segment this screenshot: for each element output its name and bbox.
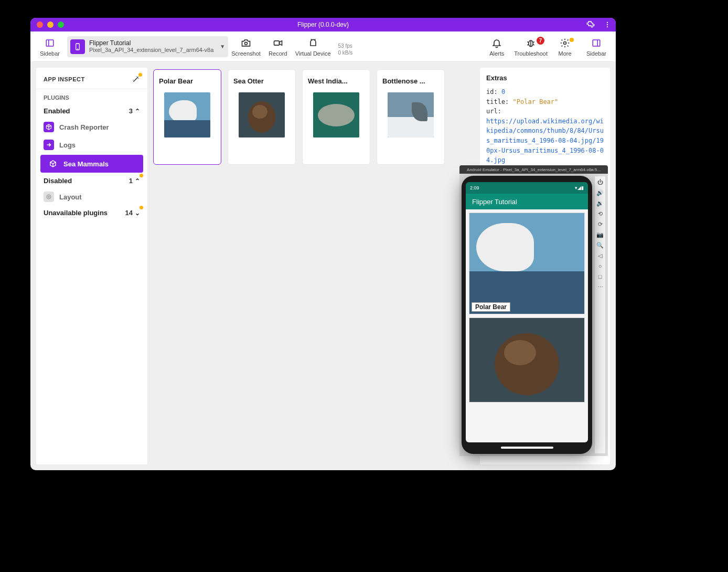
disabled-label: Disabled xyxy=(44,177,72,185)
notification-dot xyxy=(140,206,143,209)
camera-button[interactable]: 📷 xyxy=(595,230,605,239)
close-window-button[interactable] xyxy=(37,22,43,28)
home-button[interactable]: ○ xyxy=(595,261,605,271)
record-button[interactable]: Record xyxy=(264,37,292,57)
more-button[interactable]: More xyxy=(551,37,579,57)
plugin-label: Sea Mammals xyxy=(63,160,109,168)
enabled-count: 3 xyxy=(129,107,133,115)
window-controls xyxy=(37,22,64,28)
svg-line-16 xyxy=(533,44,534,45)
maximize-window-button[interactable] xyxy=(58,22,64,28)
plugin-layout[interactable]: Layout xyxy=(36,188,147,206)
unavailable-plugins-group[interactable]: Unavailable plugins 14 ⌄ xyxy=(36,206,147,220)
fps-value: 53 fps xyxy=(338,43,353,49)
status-icons: ▾◢▮ xyxy=(575,185,584,190)
svg-point-0 xyxy=(607,22,608,23)
screenshot-button[interactable]: Screenshot xyxy=(231,37,261,57)
virtual-device-button[interactable]: Virtual Device xyxy=(295,37,331,57)
minimize-window-button[interactable] xyxy=(47,22,53,28)
notification-dot xyxy=(138,73,142,77)
zoom-button[interactable]: 🔍 xyxy=(595,240,605,250)
perf-metrics: 53 fps 0 kB/s xyxy=(338,43,353,56)
card-title: Sea Otter xyxy=(233,77,290,85)
phone-card-sea-otter[interactable] xyxy=(469,317,585,402)
extension-icon[interactable] xyxy=(586,20,595,29)
sidebar-toggle-button[interactable]: Sidebar xyxy=(36,37,64,57)
toolbar-label: Troubleshoot xyxy=(514,50,548,57)
more-vert-icon[interactable] xyxy=(603,20,612,29)
chevron-down-icon: ⌄ xyxy=(135,209,140,217)
back-button[interactable]: ◁ xyxy=(595,251,605,260)
phone-image xyxy=(469,318,584,402)
rotate-right-button[interactable]: ⟳ xyxy=(595,219,605,229)
kbs-value: 0 kB/s xyxy=(338,49,353,56)
plugin-logs[interactable]: Logs xyxy=(36,136,147,154)
svg-point-2 xyxy=(607,26,608,27)
card-image xyxy=(313,92,359,137)
bell-icon xyxy=(491,37,502,49)
toolbar-label: More xyxy=(558,50,571,57)
emulator-window: Android Emulator - Pixel_3a_API_34_exten… xyxy=(459,165,608,456)
box-icon xyxy=(44,122,54,132)
card-title: Bottlenose ... xyxy=(382,77,439,85)
card-polar-bear[interactable]: Polar Bear xyxy=(153,69,221,165)
url-value: https://upload.wikimedia.org/wikipedia/c… xyxy=(486,118,604,164)
volume-down-button[interactable]: 🔉 xyxy=(595,198,605,208)
unavailable-count: 14 xyxy=(125,209,133,217)
magic-wand-button[interactable] xyxy=(132,75,140,83)
id-key: id: xyxy=(486,88,498,96)
phone-card-label: Polar Bear xyxy=(472,302,510,312)
id-value: 0 xyxy=(501,88,505,96)
titlebar: Flipper (0.0.0-dev) xyxy=(30,18,616,31)
svg-rect-8 xyxy=(274,40,279,45)
url-key: url: xyxy=(486,108,501,115)
chevron-up-icon: ⌃ xyxy=(135,177,140,185)
more-button[interactable]: ⋯ xyxy=(595,282,605,292)
volume-up-button[interactable]: 🔊 xyxy=(595,188,605,197)
video-icon xyxy=(273,37,283,49)
phone-screen[interactable]: 2:09 ▾◢▮ Flipper Tutorial Polar Bear xyxy=(466,182,588,442)
toolbar-label: Record xyxy=(269,50,287,57)
device-name: Pixel_3a_API_34_extension_level_7_arm64-… xyxy=(89,47,213,54)
svg-point-17 xyxy=(564,41,566,44)
power-button[interactable]: ⏻ xyxy=(595,177,605,187)
extras-heading: Extras xyxy=(486,74,604,82)
card-bottlenose[interactable]: Bottlenose ... xyxy=(377,69,445,165)
plugin-label: Crash Reporter xyxy=(59,123,109,131)
plugin-sea-mammals[interactable]: Sea Mammals xyxy=(40,155,143,173)
overview-button[interactable]: □ xyxy=(595,272,605,281)
emulator-body: 2:09 ▾◢▮ Flipper Tutorial Polar Bear xyxy=(459,174,608,456)
plugin-label: Logs xyxy=(59,141,76,149)
panel-left-icon xyxy=(45,37,55,49)
toolbar-label: Alerts xyxy=(489,50,504,57)
plugins-section: PLUGINS Enabled 3 ⌃ Crash Reporter Logs … xyxy=(36,89,147,220)
phone-card-polar-bear[interactable]: Polar Bear xyxy=(469,213,585,314)
toolbar-label: Sidebar xyxy=(586,50,606,57)
enabled-plugins-group[interactable]: Enabled 3 ⌃ xyxy=(36,104,147,118)
chevron-down-icon: ▼ xyxy=(220,44,225,49)
gear-icon xyxy=(560,37,570,49)
sidebar-right-toggle-button[interactable]: Sidebar xyxy=(582,37,611,57)
alerts-button[interactable]: Alerts xyxy=(483,37,511,57)
card-sea-otter[interactable]: Sea Otter xyxy=(228,69,296,165)
app-name: Flipper Tutorial xyxy=(89,39,213,47)
svg-point-21 xyxy=(48,196,50,198)
window-title: Flipper (0.0.0-dev) xyxy=(297,21,349,28)
troubleshoot-button[interactable]: 7 Troubleshoot xyxy=(514,37,548,57)
disabled-plugins-group[interactable]: Disabled 1 ⌃ xyxy=(36,174,147,188)
notification-dot xyxy=(570,38,574,42)
rotate-left-button[interactable]: ⟲ xyxy=(595,209,605,218)
app-inspect-label: APP INSPECT xyxy=(44,76,85,82)
card-image xyxy=(239,92,285,137)
title-key: title: xyxy=(486,98,509,105)
device-selector[interactable]: Flipper Tutorial Pixel_3a_API_34_extensi… xyxy=(67,36,228,57)
phone-frame: 2:09 ▾◢▮ Flipper Tutorial Polar Bear xyxy=(462,176,592,454)
enabled-label: Enabled xyxy=(44,107,70,115)
title-value: "Polar Bear" xyxy=(513,98,559,105)
target-icon xyxy=(44,192,54,202)
card-west-india[interactable]: West India... xyxy=(302,69,370,165)
notification-dot xyxy=(140,174,143,177)
plugin-crash-reporter[interactable]: Crash Reporter xyxy=(36,118,147,136)
plugins-label: PLUGINS xyxy=(36,94,147,104)
svg-line-15 xyxy=(527,44,529,45)
